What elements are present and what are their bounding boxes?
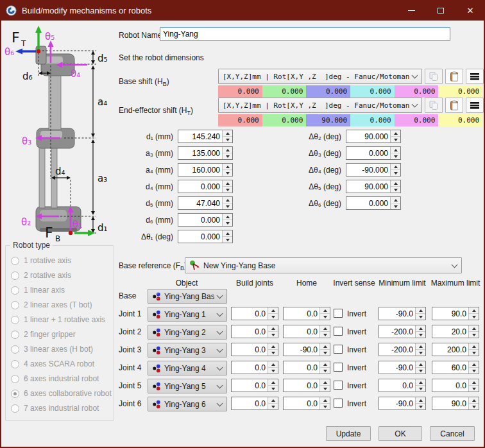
param-input[interactable] — [178, 197, 222, 209]
home-input[interactable] — [284, 307, 319, 320]
spin-up-button[interactable] — [223, 130, 232, 137]
build-joint-spinbox[interactable] — [231, 325, 278, 338]
spin-up-button[interactable] — [391, 130, 400, 137]
home-input[interactable] — [284, 343, 319, 356]
min-limit-spinbox[interactable] — [379, 379, 426, 392]
joint-object-dropdown[interactable]: Ying-Yang 1 — [148, 307, 227, 322]
spin-up-button[interactable] — [268, 397, 278, 404]
base-reference-dropdown[interactable]: New Ying-Yang Base — [185, 257, 462, 273]
spin-down-button[interactable] — [391, 187, 400, 193]
spin-down-button[interactable] — [320, 368, 330, 374]
spin-up-button[interactable] — [320, 325, 330, 332]
spin-up-button[interactable] — [320, 379, 330, 386]
home-spinbox[interactable] — [283, 307, 330, 320]
param-input[interactable] — [178, 230, 222, 243]
spin-up-button[interactable] — [223, 164, 232, 170]
build-joint-input[interactable] — [232, 343, 268, 356]
build-joint-input[interactable] — [232, 379, 268, 392]
max-limit-input[interactable] — [432, 325, 468, 338]
spin-down-button[interactable] — [391, 137, 400, 142]
spin-down-button[interactable] — [268, 404, 278, 409]
build-joint-spinbox[interactable] — [231, 343, 278, 356]
spin-down-button[interactable] — [223, 170, 232, 176]
build-joint-spinbox[interactable] — [231, 397, 278, 410]
max-limit-spinbox[interactable] — [432, 343, 479, 356]
max-limit-input[interactable] — [432, 397, 468, 409]
spin-up-button[interactable] — [469, 325, 479, 332]
max-limit-input[interactable] — [432, 361, 468, 374]
min-limit-input[interactable] — [379, 325, 415, 338]
spin-down-button[interactable] — [469, 368, 479, 374]
spin-up-button[interactable] — [223, 197, 232, 203]
min-limit-input[interactable] — [379, 379, 415, 392]
max-limit-spinbox[interactable] — [432, 307, 479, 320]
home-spinbox[interactable] — [283, 379, 330, 392]
home-spinbox[interactable] — [283, 361, 330, 374]
param-spinbox-dtheta4[interactable] — [346, 163, 401, 177]
maximize-button[interactable] — [426, 0, 455, 21]
base-shift-format-dropdown[interactable]: [X,Y,Z]mm | Rot[X,Y ,Z ]deg - Fanuc/Moto… — [218, 69, 422, 84]
spin-up-button[interactable] — [320, 343, 330, 350]
pose-value-cell[interactable]: 0.000 — [262, 85, 307, 98]
spin-down-button[interactable] — [223, 153, 232, 159]
spin-down-button[interactable] — [223, 203, 232, 209]
build-joint-input[interactable] — [232, 397, 268, 409]
home-input[interactable] — [284, 379, 319, 392]
param-spinbox-a4[interactable] — [178, 163, 233, 177]
home-spinbox[interactable] — [283, 397, 330, 410]
pose-value-cell[interactable]: 0.000 — [438, 85, 482, 98]
param-spinbox-dtheta1[interactable] — [178, 230, 233, 243]
pose-value-cell[interactable]: 90.000 — [306, 114, 350, 126]
build-joint-input[interactable] — [232, 361, 268, 374]
param-spinbox-d1[interactable] — [178, 130, 233, 143]
invert-checkbox[interactable] — [334, 309, 343, 318]
min-limit-input[interactable] — [379, 397, 415, 409]
max-limit-spinbox[interactable] — [432, 397, 479, 410]
home-input[interactable] — [284, 325, 319, 338]
joint-object-dropdown[interactable]: Ying-Yang 6 — [148, 397, 227, 411]
pose-value-cell[interactable]: 0.000 — [306, 85, 350, 98]
max-limit-spinbox[interactable] — [432, 361, 479, 374]
robot-name-input[interactable] — [160, 27, 450, 41]
base-shift-menu-button[interactable] — [466, 69, 484, 84]
invert-checkbox[interactable] — [334, 363, 343, 372]
pose-value-cell[interactable]: 0.000 — [218, 114, 262, 126]
home-input[interactable] — [284, 397, 319, 409]
spin-up-button[interactable] — [268, 325, 278, 332]
joint-object-dropdown[interactable]: Ying-Yang 3 — [148, 343, 227, 358]
param-spinbox-dtheta5[interactable] — [346, 180, 401, 193]
spin-down-button[interactable] — [268, 350, 278, 356]
spin-up-button[interactable] — [223, 147, 232, 153]
spin-up-button[interactable] — [320, 397, 330, 404]
min-limit-input[interactable] — [379, 307, 415, 320]
ee-shift-format-dropdown[interactable]: [X,Y,Z]mm | Rot[X,Y ,Z ]deg - Fanuc/Moto… — [218, 98, 422, 113]
joint-object-dropdown[interactable]: Ying-Yang 4 — [148, 361, 227, 375]
invert-checkbox[interactable] — [334, 345, 343, 354]
paste-pose-button[interactable] — [445, 69, 463, 84]
param-input[interactable] — [346, 197, 390, 209]
home-input[interactable] — [284, 361, 319, 374]
param-spinbox-a3[interactable] — [178, 146, 233, 160]
min-limit-spinbox[interactable] — [379, 325, 426, 338]
base-object-dropdown[interactable]: Ying-Yang Base — [148, 289, 227, 304]
param-input[interactable] — [178, 214, 222, 226]
spin-down-button[interactable] — [416, 314, 425, 320]
home-spinbox[interactable] — [283, 343, 330, 356]
spin-up-button[interactable] — [469, 343, 479, 350]
param-input[interactable] — [178, 130, 222, 142]
pose-value-cell[interactable]: 0.000 — [395, 85, 439, 98]
spin-up-button[interactable] — [268, 307, 278, 314]
param-spinbox-dtheta6[interactable] — [346, 196, 401, 210]
spin-up-button[interactable] — [223, 230, 232, 237]
spin-down-button[interactable] — [320, 404, 330, 409]
build-joint-spinbox[interactable] — [231, 361, 278, 374]
param-input[interactable] — [346, 180, 390, 193]
pose-value-cell[interactable]: 0.000 — [438, 114, 482, 126]
pose-value-cell[interactable]: 0.000 — [395, 114, 439, 126]
param-input[interactable] — [178, 180, 222, 193]
max-limit-spinbox[interactable] — [432, 325, 479, 338]
spin-up-button[interactable] — [469, 307, 479, 314]
max-limit-input[interactable] — [432, 379, 468, 392]
build-joint-spinbox[interactable] — [231, 307, 278, 320]
max-limit-spinbox[interactable] — [432, 379, 479, 392]
